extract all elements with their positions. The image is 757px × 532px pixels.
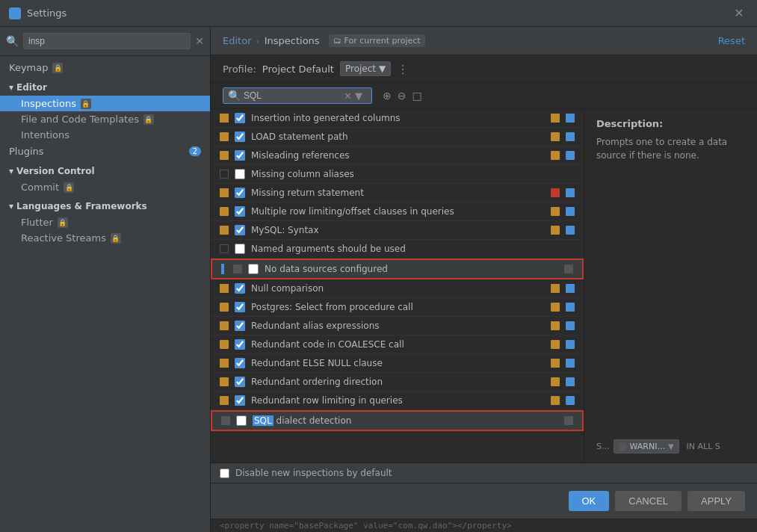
checkbox-redundant-alias[interactable] [235, 321, 245, 331]
sidebar-group-editor[interactable]: ▾ Editor [0, 76, 210, 96]
checkbox-postgres[interactable] [235, 302, 245, 312]
filter-clear-icon[interactable]: ✕ [344, 90, 352, 102]
inspection-name-insertion: Insertion into generated columns [251, 113, 545, 123]
checkbox-insertion[interactable] [235, 113, 245, 123]
filter-icons: ⊕ ⊖ □ [381, 88, 424, 103]
checkbox-multiple-row[interactable] [235, 206, 245, 217]
inspection-item-redundant-else[interactable]: Redundant ELSE NULL clause [211, 354, 584, 373]
toggle-view-icon[interactable]: □ [410, 88, 423, 103]
checkbox-redundant-code[interactable] [235, 339, 245, 350]
severity-box-missing-return [551, 188, 560, 197]
profile-dropdown[interactable]: Project ▼ [340, 61, 391, 76]
sidebar-search-clear-icon[interactable]: ✕ [195, 35, 204, 47]
inspection-item-insertion[interactable]: Insertion into generated columns [211, 109, 584, 128]
collapse-all-icon[interactable]: ⊖ [396, 88, 408, 103]
checkbox-no-data[interactable] [248, 264, 259, 274]
lock-icon-file-templates: 🔒 [143, 114, 154, 125]
inspection-item-redundant-row[interactable]: Redundant row limiting in queries [211, 392, 584, 410]
sidebar-item-intentions[interactable]: Intentions [0, 127, 210, 143]
severity-label: S... [596, 442, 609, 451]
checkbox-missing-alias[interactable] [235, 169, 245, 179]
color-box-redundant-code [220, 340, 229, 349]
expand-all-icon[interactable]: ⊕ [381, 88, 393, 103]
inspection-item-mysql-syntax[interactable]: MySQL: Syntax [211, 221, 584, 240]
profile-more-button[interactable]: ⋮ [397, 62, 409, 76]
inspection-item-postgres[interactable]: Postgres: Select from procedure call [211, 298, 584, 317]
sidebar-search-input[interactable] [23, 33, 191, 49]
inspection-item-redundant-alias[interactable]: Redundant alias expressions [211, 317, 584, 335]
reset-button[interactable]: Reset [718, 35, 745, 46]
sidebar-group-editor-label: Editor [16, 82, 47, 93]
checkbox-sql-dialect[interactable] [236, 415, 247, 426]
inspection-item-missing-return[interactable]: Missing return statement [211, 184, 584, 202]
sidebar-item-commit[interactable]: Commit 🔒 [0, 179, 210, 195]
checkbox-null[interactable] [235, 283, 245, 294]
inspection-name-multiple-row: Multiple row limiting/offset clauses in … [251, 206, 545, 217]
checkbox-redundant-row[interactable] [235, 395, 245, 406]
title-bar-text: Settings [27, 7, 67, 19]
severity-box-null [551, 284, 560, 293]
sidebar-item-reactive-streams[interactable]: Reactive Streams 🔒 [0, 230, 210, 246]
inspection-name-null: Null comparison [251, 283, 545, 294]
main-layout: 🔍 ✕ Keymap 🔒 ▾ Editor Inspections 🔒 F [0, 27, 757, 532]
description-panel: Description: Prompts one to create a dat… [584, 109, 757, 463]
selection-bar [221, 264, 224, 274]
checkbox-misleading[interactable] [235, 150, 245, 161]
disable-inspections-checkbox[interactable] [220, 468, 229, 478]
inspection-name-postgres: Postgres: Select from procedure call [251, 302, 545, 312]
inspection-name-missing-alias: Missing column aliases [251, 169, 575, 179]
inspection-item-multiple-row[interactable]: Multiple row limiting/offset clauses in … [211, 202, 584, 221]
sidebar-group-version-control[interactable]: ▾ Version Control [0, 160, 210, 179]
sidebar-item-plugins[interactable]: Plugins 2 [0, 143, 210, 160]
content-header: Editor › Inspections 🗂 For current proje… [211, 27, 757, 55]
checkbox-mysql[interactable] [235, 225, 245, 235]
severity-box-redundant-alias [551, 321, 560, 330]
inspection-item-redundant-code[interactable]: Redundant code in COALESCE call [211, 335, 584, 354]
inspection-item-redundant-ordering[interactable]: Redundant ordering direction [211, 373, 584, 392]
color-box-redundant-row [220, 396, 229, 405]
severity-box-postgres [551, 303, 560, 312]
sidebar-item-flutter[interactable]: Flutter 🔒 [0, 214, 210, 230]
inspection-name-sql-dialect: SQL dialect detection [253, 415, 558, 426]
chevron-down-icon-severity[interactable]: ▼ [668, 442, 674, 451]
status-bar-text: <property name="basePackage" value="com.… [220, 521, 512, 531]
cancel-button[interactable]: CANCEL [615, 491, 682, 511]
checkbox-named-args[interactable] [235, 244, 245, 254]
search-icon: 🔍 [6, 35, 19, 47]
inspection-item-load-stmt[interactable]: LOAD statement path [211, 128, 584, 146]
sidebar-group-languages[interactable]: ▾ Languages & Frameworks [0, 195, 210, 214]
plugins-badge: 2 [189, 146, 201, 156]
check-box-redundant-else [566, 359, 575, 368]
checkbox-missing-return[interactable] [235, 188, 245, 198]
inspection-item-misleading[interactable]: Misleading references [211, 146, 584, 165]
project-tag-label: For current project [344, 36, 421, 46]
checkbox-redundant-else[interactable] [235, 358, 245, 368]
checkbox-redundant-ordering[interactable] [235, 377, 245, 387]
color-box-missing-return [220, 188, 229, 197]
filter-dropdown-icon[interactable]: ▼ [355, 90, 362, 102]
inspection-item-named-args[interactable]: Named arguments should be used [211, 240, 584, 259]
sidebar-item-inspections[interactable]: Inspections 🔒 [0, 96, 210, 111]
inspection-name-redundant-ordering: Redundant ordering direction [251, 377, 545, 387]
checkbox-load[interactable] [235, 132, 245, 142]
lock-icon-keymap: 🔒 [52, 63, 63, 73]
inspection-item-sql-dialect[interactable]: SQL dialect detection [211, 410, 584, 431]
sidebar-item-file-code-templates[interactable]: File and Code Templates 🔒 [0, 111, 210, 127]
profile-row: Profile: Project Default Project ▼ ⋮ [211, 55, 757, 83]
apply-button[interactable]: APPLY [688, 491, 745, 511]
severity-box-no-data [564, 265, 573, 273]
ok-button[interactable]: OK [569, 491, 610, 511]
inspection-item-no-data-sources[interactable]: No data sources configured [211, 259, 584, 279]
inspection-item-missing-alias[interactable]: Missing column aliases [211, 165, 584, 184]
severity-box-redundant-else [551, 359, 560, 368]
severity-box-insertion [551, 114, 560, 123]
sidebar-item-keymap[interactable]: Keymap 🔒 [0, 59, 210, 76]
breadcrumb-editor[interactable]: Editor [223, 35, 251, 46]
check-box-redundant-row [566, 396, 575, 405]
breadcrumb-separator: › [256, 35, 259, 46]
inspection-item-null-comparison[interactable]: Null comparison [211, 279, 584, 298]
filter-input[interactable] [244, 90, 341, 101]
close-button[interactable]: ✕ [730, 4, 748, 22]
inspection-name-redundant-alias: Redundant alias expressions [251, 321, 545, 331]
inspection-name-missing-return: Missing return statement [251, 188, 545, 198]
